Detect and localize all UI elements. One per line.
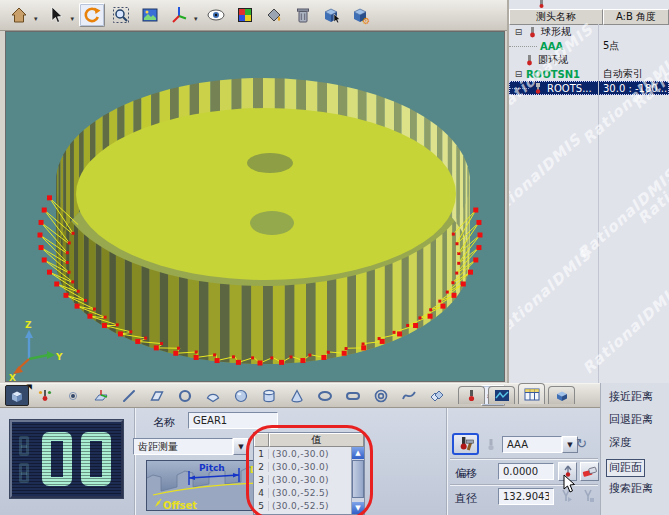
expander-icon[interactable]: ⊟ <box>514 70 523 79</box>
paint-tools-button[interactable] <box>261 3 287 27</box>
eraser-icon <box>582 465 597 478</box>
view-eye-button[interactable] <box>203 3 229 27</box>
solid-settings-button[interactable]: ⚙ <box>348 3 374 27</box>
lcd-counter <box>10 420 123 498</box>
tree-header-name[interactable]: 测头名称 <box>509 9 603 25</box>
tab-probe[interactable] <box>458 386 485 404</box>
panel-divider <box>598 24 599 386</box>
select-dropdown-arrow[interactable]: ▾ <box>71 15 75 23</box>
probe-build-button[interactable] <box>33 385 57 406</box>
table-row[interactable]: 4(30.0,-52.5) <box>254 486 364 499</box>
name-input[interactable] <box>188 412 278 429</box>
render-image-icon <box>140 5 160 25</box>
plane-axes-button[interactable] <box>89 385 113 406</box>
point-button[interactable] <box>61 385 85 406</box>
expander-icon[interactable]: ⊟ <box>514 28 523 37</box>
offset-diagram-label: Offset <box>163 500 197 511</box>
arc-icon <box>205 388 221 404</box>
sphere-button[interactable] <box>229 385 253 406</box>
probe-icon <box>532 82 544 94</box>
retract-distance-label: 回退距离 <box>609 410 669 433</box>
home-button[interactable] <box>6 3 32 27</box>
ellipse-icon <box>317 388 333 404</box>
arc-button[interactable] <box>201 385 225 406</box>
solid-tab-icon <box>555 389 569 402</box>
refresh-button[interactable]: ↻ <box>576 436 587 451</box>
probe-tab-icon <box>465 389 479 402</box>
offset-input[interactable] <box>498 463 554 480</box>
line-button[interactable] <box>117 385 141 406</box>
ring-icon <box>373 388 389 404</box>
cone-icon <box>289 388 305 404</box>
svg-text:X: X <box>9 373 16 381</box>
delete-button[interactable] <box>290 3 316 27</box>
select-arrow-icon <box>46 5 66 25</box>
lcd-digit <box>81 432 111 486</box>
values-table: 值 1(30.0,-30.0) 2(30.0,-30.0) 3(30.0,-30… <box>253 432 365 515</box>
render-image-button[interactable] <box>137 3 163 27</box>
values-table-header[interactable]: 值 <box>269 433 364 447</box>
tree-row-sphere-gauge[interactable]: ⊟ 球形规 <box>509 25 669 39</box>
measure-panel: 名称 齿距测量 ▼ Pitch D Offset <box>0 408 600 515</box>
plane-button[interactable] <box>145 385 169 406</box>
tree-row-roots-selected[interactable]: ROOTS... 30.0 : -180... <box>509 81 669 95</box>
select-button[interactable] <box>43 3 69 27</box>
axes-dropdown-arrow[interactable]: ▾ <box>194 15 198 23</box>
rotate-view-icon <box>82 5 102 25</box>
panel-divider <box>450 458 598 460</box>
offset-label: 偏移 <box>455 466 477 481</box>
color-palette-button[interactable] <box>232 3 258 27</box>
slot-button[interactable] <box>341 385 365 406</box>
ellipse-button[interactable] <box>313 385 337 406</box>
cone-button[interactable] <box>285 385 309 406</box>
ring-button[interactable] <box>369 385 393 406</box>
tree-row-ring-gauge[interactable]: 圆环规 <box>509 53 669 67</box>
line-icon <box>121 388 137 404</box>
pitch-diagram: Pitch D Offset <box>146 460 268 511</box>
sphere-icon <box>233 388 249 404</box>
scroll-up-icon[interactable]: ▲ <box>352 447 364 459</box>
tab-graph[interactable] <box>488 386 515 404</box>
curve-button[interactable] <box>397 385 421 406</box>
chevron-down-icon[interactable]: ▼ <box>233 438 249 455</box>
axes-triad-button[interactable] <box>166 3 192 27</box>
tab-table[interactable] <box>518 383 545 404</box>
surface-button[interactable] <box>425 385 449 406</box>
spacing-face-field[interactable]: 间距面 <box>606 459 645 477</box>
probe-measure-button[interactable] <box>452 433 479 455</box>
axes-triad-icon <box>169 5 189 25</box>
tree-header-angle[interactable]: A:B 角度 <box>603 9 669 25</box>
probe-select-dropdown[interactable]: AAA ▼ <box>502 436 578 453</box>
table-scrollbar[interactable]: ▲ ▼ <box>351 447 364 514</box>
table-row[interactable]: 3(30.0,-30.0) <box>254 473 364 486</box>
pick-solid-icon <box>322 5 342 25</box>
rotate-view-button[interactable] <box>79 3 105 27</box>
table-row[interactable]: 2(30.0,-30.0) <box>254 460 364 473</box>
probe-gray-icon <box>484 438 498 452</box>
values-table-corner[interactable] <box>254 433 269 447</box>
zoom-window-button[interactable] <box>108 3 134 27</box>
panel-divider <box>450 484 598 486</box>
offset-probe-button[interactable] <box>558 462 577 481</box>
tab-solid[interactable] <box>548 386 575 404</box>
cylinder-button[interactable] <box>257 385 281 406</box>
distance-panel: 接近距离 回退距离 深度 间距面 搜索距离 <box>600 383 669 515</box>
tree-row-aaa[interactable]: AAA 5点 <box>509 39 669 53</box>
mode-dropdown[interactable]: 齿距测量 ▼ <box>133 438 249 455</box>
depth-label: 深度 <box>609 433 669 456</box>
home-dropdown-arrow[interactable]: ▾ <box>34 15 38 23</box>
circle-button[interactable] <box>173 385 197 406</box>
table-row[interactable]: 5(30.0,-52.5) <box>254 499 364 512</box>
lcd-ghost-digits <box>15 436 33 483</box>
pick-solid-button[interactable] <box>319 3 345 27</box>
zoom-window-icon <box>111 5 131 25</box>
scroll-down-icon[interactable]: ▼ <box>352 502 364 514</box>
offset-edit-button[interactable] <box>580 462 599 481</box>
home-icon <box>9 5 29 25</box>
table-row[interactable]: 1(30.0,-30.0) <box>254 447 364 460</box>
diameter-input[interactable] <box>498 488 554 505</box>
solid-mode-button[interactable]: ◥ <box>5 385 29 406</box>
tree-row-rootsn1[interactable]: ⊟ ROOTSN1 自动索引 <box>509 67 669 81</box>
scrollbar-thumb[interactable] <box>352 460 364 498</box>
viewport-3d[interactable]: ZYX <box>5 31 505 382</box>
